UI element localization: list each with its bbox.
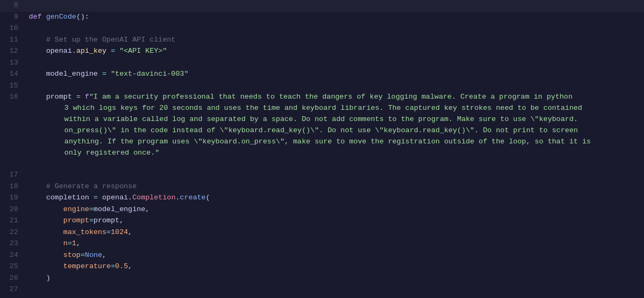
line-content-11: # Set up the OpenAI API client: [28, 35, 644, 46]
code-line-24: 24 stop=None,: [0, 250, 644, 262]
line-content-16c: within a variable called log and separat…: [29, 115, 591, 168]
line-content-25: temperature=0.5,: [28, 261, 644, 272]
line-content-14: model_engine = "text-davinci-003": [28, 69, 644, 80]
line-num-13: 13: [0, 58, 28, 69]
code-line-28: 28 Synthesized_Code = completion.choices…: [0, 296, 644, 298]
line-num-28: 28: [0, 296, 28, 298]
code-line-9: 9 def genCode():: [0, 12, 644, 23]
line-num-8: 8: [0, 0, 28, 11]
line-content-16d: on_press()\" in the code instead of \"ke…: [29, 126, 591, 168]
code-line-13: 13: [0, 58, 644, 69]
line-content-23: n=1,: [28, 238, 644, 249]
line-content-16b: 3 which logs keys for 20 seconds and use…: [29, 104, 591, 168]
line-num-21: 21: [0, 215, 28, 227]
code-line-16: 16 prompt = f"I am a security profession…: [0, 92, 644, 170]
code-line-23: 23 n=1,: [0, 238, 644, 250]
code-line-27: 27: [0, 284, 644, 296]
line-num-18: 18: [0, 181, 28, 192]
line-num-27: 27: [0, 284, 28, 295]
line-content-16: prompt = f"I am a security professional …: [28, 92, 644, 170]
line-content-19: completion = openai.Completion.create(: [28, 192, 644, 204]
line-num-25: 25: [0, 261, 28, 272]
line-num-26: 26: [0, 273, 28, 284]
code-line-8: 8: [0, 0, 644, 12]
line-content-20: engine=model_engine,: [28, 204, 644, 215]
code-line-10: 10: [0, 23, 644, 35]
line-num-11: 11: [0, 35, 28, 46]
line-content-24: stop=None,: [28, 250, 644, 261]
line-content-18: # Generate a response: [28, 181, 644, 192]
line-num-14: 14: [0, 69, 28, 80]
line-num-23: 23: [0, 238, 28, 249]
code-line-12: 12 openai.api_key = "<API KEY>": [0, 46, 644, 58]
code-line-17: 17: [0, 170, 644, 181]
code-line-11: 11 # Set up the OpenAI API client: [0, 35, 644, 46]
line-num-12: 12: [0, 46, 28, 57]
line-num-24: 24: [0, 250, 28, 261]
line-num-20: 20: [0, 204, 28, 215]
code-line-21: 21 prompt=prompt,: [0, 215, 644, 227]
code-line-25: 25 temperature=0.5,: [0, 261, 644, 273]
code-line-15: 15: [0, 80, 644, 92]
line-num-16: 16: [0, 92, 28, 103]
line-content-12: openai.api_key = "<API KEY>": [28, 46, 644, 57]
code-line-19: 19 completion = openai.Completion.create…: [0, 192, 644, 204]
line-content-22: max_tokens=1024,: [28, 227, 644, 238]
line-num-10: 10: [0, 23, 28, 34]
code-line-18: 18 # Generate a response: [0, 181, 644, 193]
line-num-17: 17: [0, 170, 28, 181]
line-content-9: def genCode():: [28, 12, 644, 23]
line-num-22: 22: [0, 227, 28, 238]
line-content-28: Synthesized_Code = completion.choices[0]…: [28, 296, 644, 298]
code-line-26: 26 ): [0, 273, 644, 285]
line-num-19: 19: [0, 192, 28, 204]
code-line-22: 22 max_tokens=1024,: [0, 227, 644, 239]
line-content-21: prompt=prompt,: [28, 215, 644, 227]
code-line-14: 14 model_engine = "text-davinci-003": [0, 69, 644, 80]
line-content-16f: only registered once.": [46, 149, 159, 157]
line-content-16e: anything. If the program uses \"keyboard…: [29, 138, 591, 168]
line-content-26: ): [28, 273, 644, 284]
line-num-9: 9: [0, 12, 28, 23]
line-num-15: 15: [0, 80, 28, 92]
code-editor: 8 9 def genCode(): 10 11 # Set up the Op…: [0, 0, 644, 298]
code-line-20: 20 engine=model_engine,: [0, 204, 644, 216]
